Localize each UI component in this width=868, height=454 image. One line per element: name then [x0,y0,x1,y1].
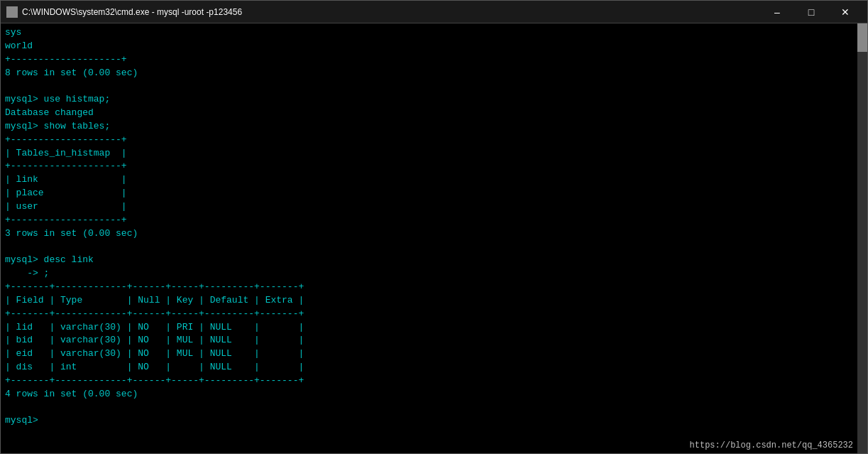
console-area: sys world +--------------------+ 8 rows … [1,23,867,453]
scrollbar-thumb[interactable] [857,23,867,52]
scrollbar[interactable] [857,23,867,453]
title-bar-left: C:\WINDOWS\system32\cmd.exe - mysql -uro… [6,6,242,18]
console-content[interactable]: sys world +--------------------+ 8 rows … [1,23,857,453]
url-text: https://blog.csdn.net/qq_4365232 [690,441,853,450]
title-bar: C:\WINDOWS\system32\cmd.exe - mysql -uro… [1,1,867,23]
maximize-button[interactable]: □ [795,1,828,23]
cmd-icon [6,6,18,18]
window: C:\WINDOWS\system32\cmd.exe - mysql -uro… [0,0,868,454]
title-bar-controls: – □ ✕ [761,1,862,23]
title-bar-text: C:\WINDOWS\system32\cmd.exe - mysql -uro… [22,7,242,17]
close-button[interactable]: ✕ [829,1,862,23]
minimize-button[interactable]: – [761,1,793,23]
